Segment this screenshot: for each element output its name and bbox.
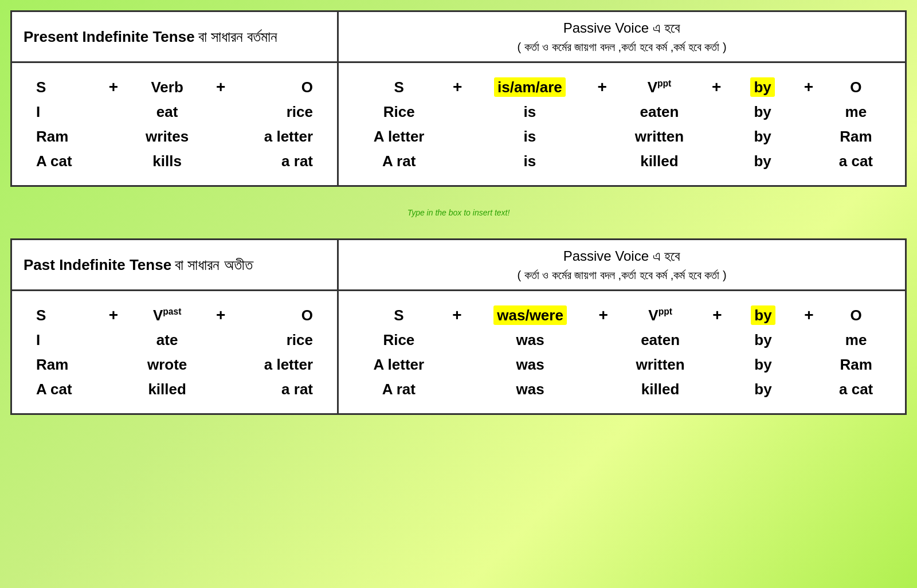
past-was-were-highlight: was/were (493, 305, 567, 325)
past-active-v1: ate (129, 328, 205, 352)
past-passive-by1: by (732, 328, 793, 352)
present-passive-aux1: is (473, 100, 587, 124)
present-active-o1: rice (236, 100, 320, 124)
past-passive-plus1: + (442, 303, 473, 328)
present-active-col-verb: Verb (129, 75, 205, 100)
present-active-row3: A cat kills a rat (29, 149, 320, 174)
past-passive-table: S + was/were + Vppt + by + O Rice was (356, 303, 888, 402)
present-passive-col-s: S (356, 75, 442, 100)
past-active-row1: I ate rice (29, 328, 320, 352)
past-passive-title: Passive Voice এ হবে (563, 246, 681, 266)
present-active-plus1: + (98, 75, 129, 100)
past-active-col-verb: Vpast (129, 303, 205, 328)
past-active-v2: wrote (129, 352, 205, 377)
past-active-table: S + Vpast + O I ate rice Ram (29, 303, 320, 402)
past-passive-vpp3: killed (619, 377, 702, 402)
past-by-highlight: by (751, 305, 775, 325)
past-active-panel: S + Vpast + O I ate rice Ram (12, 291, 339, 413)
present-body-row: S + Verb + O I eat rice Ram (12, 63, 905, 185)
past-passive-aux3: was (472, 377, 588, 402)
past-passive-row1: Rice was eaten by me (356, 328, 888, 352)
past-passive-row2: A letter was written by Ram (356, 352, 888, 377)
past-active-v3: killed (129, 377, 205, 402)
past-body-row: S + Vpast + O I ate rice Ram (12, 291, 905, 413)
present-active-col-s: S (29, 75, 98, 100)
present-passive-panel: S + is/am/are + Vppt + by + O Rice is (339, 63, 905, 185)
present-passive-row1: Rice is eaten by me (356, 100, 888, 124)
past-passive-vpp1: eaten (619, 328, 702, 352)
past-passive-header-row: S + was/were + Vppt + by + O (356, 303, 888, 328)
past-ppt-sup: ppt (659, 307, 672, 316)
present-passive-subtitle: ( কর্তা ও কর্মের জায়গা বদল ,কর্তা হবে ক… (517, 38, 726, 56)
present-active-col-o: O (236, 75, 320, 100)
past-passive-s1: Rice (356, 328, 442, 352)
past-passive-row3: A rat was killed by a cat (356, 377, 888, 402)
present-tense-bengali: বা সাধারন বর্তমান (198, 28, 277, 46)
past-active-o2: a letter (236, 352, 320, 377)
present-ppt-sup: ppt (657, 79, 671, 88)
present-active-s1: I (29, 100, 98, 124)
present-active-v1: eat (129, 100, 205, 124)
past-passive-o3: a cat (824, 377, 888, 402)
past-vpast-sup: past (163, 307, 181, 316)
past-tense-title: Past Indefinite Tense (23, 256, 171, 274)
present-active-row1: I eat rice (29, 100, 320, 124)
present-passive-title: Passive Voice এ হবে (563, 18, 681, 38)
past-active-header-row: S + Vpast + O (29, 303, 320, 328)
present-active-table: S + Verb + O I eat rice Ram (29, 75, 320, 174)
past-passive-plus3: + (702, 303, 733, 328)
past-active-o3: a rat (236, 377, 320, 402)
past-active-s2: Ram (29, 352, 98, 377)
present-passive-o1: me (824, 100, 888, 124)
present-passive-vpp3: killed (618, 149, 702, 174)
past-active-row3: A cat killed a rat (29, 377, 320, 402)
present-active-s2: Ram (29, 124, 98, 149)
present-active-o2: a letter (236, 124, 320, 149)
present-passive-s3: A rat (356, 149, 442, 174)
past-tense-section: Past Indefinite Tenseবা সাধারন অতীত Pass… (10, 238, 907, 415)
past-passive-aux2: was (472, 352, 588, 377)
present-passive-plus3: + (701, 75, 732, 100)
present-passive-aux3: is (473, 149, 587, 174)
present-tense-section: Present Indefinite Tenseবা সাধারন বর্তমা… (10, 10, 907, 187)
past-tense-bengali: বা সাধারন অতীত (175, 256, 252, 274)
past-passive-col-o: O (824, 303, 888, 328)
present-passive-o3: a cat (824, 149, 888, 174)
spacer-text: Type in the box to insert text! (407, 208, 510, 217)
present-passive-aux2: is (473, 124, 587, 149)
past-active-o1: rice (236, 328, 320, 352)
past-active-col-s: S (29, 303, 98, 328)
present-active-header-row: S + Verb + O (29, 75, 320, 100)
present-active-o3: a rat (236, 149, 320, 174)
present-active-panel: S + Verb + O I eat rice Ram (12, 63, 339, 185)
present-passive-col-o: O (824, 75, 888, 100)
past-passive-vpp2: written (619, 352, 702, 377)
present-passive-by1: by (732, 100, 793, 124)
past-passive-aux1: was (472, 328, 588, 352)
present-tense-title: Present Indefinite Tense (23, 28, 195, 46)
present-passive-col-by: by (732, 75, 793, 100)
past-passive-subtitle: ( কর্তা ও কর্মের জায়গা বদল ,কর্তা হবে ক… (517, 266, 726, 284)
past-passive-s2: A letter (356, 352, 442, 377)
present-passive-by3: by (732, 149, 793, 174)
present-passive-o2: Ram (824, 124, 888, 149)
present-passive-s2: A letter (356, 124, 442, 149)
present-header-left: Present Indefinite Tenseবা সাধারন বর্তমা… (12, 12, 339, 61)
spacer-section: Type in the box to insert text! (10, 187, 907, 238)
present-passive-header-row: S + is/am/are + Vppt + by + O (356, 75, 888, 100)
present-active-v2: writes (129, 124, 205, 149)
present-passive-col-aux: is/am/are (473, 75, 587, 100)
present-passive-plus4: + (793, 75, 824, 100)
past-passive-by2: by (732, 352, 793, 377)
past-header-left: Past Indefinite Tenseবা সাধারন অতীত (12, 240, 339, 289)
past-passive-o2: Ram (824, 352, 888, 377)
present-passive-by2: by (732, 124, 793, 149)
present-active-v3: kills (129, 149, 205, 174)
present-passive-s1: Rice (356, 100, 442, 124)
present-active-row2: Ram writes a letter (29, 124, 320, 149)
present-passive-row2: A letter is written by Ram (356, 124, 888, 149)
present-passive-col-vpp: Vppt (618, 75, 702, 100)
past-active-s3: A cat (29, 377, 98, 402)
past-passive-col-vpp: Vppt (619, 303, 702, 328)
past-passive-plus4: + (794, 303, 825, 328)
